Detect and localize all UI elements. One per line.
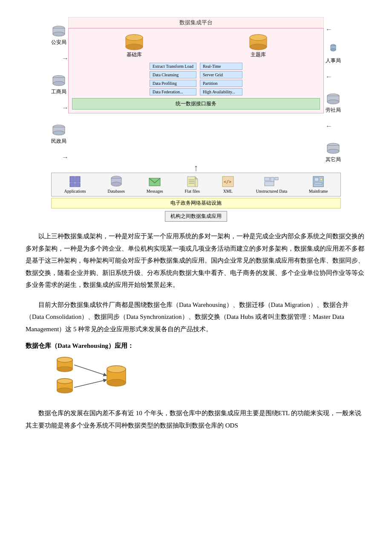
- feature-cleanse: Data Cleansing: [150, 71, 196, 78]
- source-messages: Messages: [147, 176, 163, 194]
- source-applications: Applications: [64, 176, 86, 194]
- xml-icon: </>: [222, 176, 234, 188]
- db-icon-lao-she: [326, 93, 341, 105]
- sources-row: Applications Databases Messages: [51, 173, 341, 197]
- left-agencies: 公安局 → 工商局 →: [51, 17, 66, 161]
- agency-ren-shi: 人事局: [326, 44, 341, 64]
- feature-etl: Extract Transform Load: [150, 63, 196, 70]
- arrow-up: ↑: [51, 163, 341, 173]
- feature-col-right: Real-Time Server Grid Partition High Ava…: [200, 63, 242, 95]
- svg-point-53: [57, 357, 72, 362]
- features-row: Extract Transform Load Data Cleansing Da…: [72, 63, 320, 95]
- feature-profile: Data Profiling: [150, 80, 196, 87]
- databases-icon: [110, 176, 123, 188]
- svg-rect-49: [314, 182, 322, 184]
- source-unstructured: Unstructured Data: [256, 176, 288, 194]
- source-flat-files: Flat files: [185, 176, 200, 194]
- flat-files-icon: [186, 176, 199, 188]
- feature-ha: High Availability...: [200, 88, 242, 95]
- svg-point-19: [331, 49, 336, 51]
- egov-bar: 电子政务网络基础设施: [51, 198, 341, 208]
- svg-point-12: [126, 35, 143, 40]
- unified-service: 统一数据接口服务: [72, 98, 320, 110]
- paragraph-1: 以上三种数据集成架构，一种是对应于某一个应用系统的多对一架构，一种是完成企业内部…: [26, 230, 366, 291]
- svg-point-11: [126, 44, 143, 50]
- svg-rect-27: [75, 176, 80, 182]
- svg-point-8: [53, 131, 65, 135]
- dw-flow-diagram: [51, 354, 136, 401]
- db-icon-ren-shi: [326, 44, 341, 56]
- db-icon-min-zheng: [51, 124, 66, 136]
- base-db-section: 基础库: [124, 34, 145, 58]
- agency-gong-shang: 工商局: [51, 75, 66, 95]
- feature-col-left: Extract Transform Load Data Cleansing Da…: [150, 63, 196, 95]
- svg-rect-45: [265, 182, 274, 186]
- caption-box: 机构之间数据集成应用: [165, 211, 227, 222]
- feature-partition: Partition: [200, 80, 242, 87]
- agency-lao-she: 劳社局: [326, 93, 341, 114]
- db-icon-gong-shang: [51, 75, 66, 87]
- svg-marker-35: [195, 176, 198, 179]
- db-row: 基础库 主题库: [72, 32, 320, 61]
- svg-point-52: [57, 367, 72, 372]
- unstructured-icon: [264, 176, 279, 188]
- svg-rect-42: [265, 177, 270, 181]
- source-mainframe: Mainframe: [309, 176, 328, 194]
- db-icon-gong-an: [51, 26, 66, 38]
- feature-realtime: Real-Time: [200, 63, 242, 70]
- svg-point-56: [57, 388, 72, 393]
- platform-inner: 基础库 主题库: [68, 28, 324, 113]
- source-databases: Databases: [107, 176, 125, 194]
- svg-line-59: [74, 380, 107, 387]
- paragraph-3: 数据仓库的发展在国内差不多有近 10 个年头，数据仓库中的数据集成应用主要是围绕…: [26, 407, 366, 431]
- svg-rect-29: [75, 183, 80, 187]
- feature-federation: Data Federation...: [150, 88, 196, 95]
- base-db-icon: [124, 34, 145, 51]
- svg-text:</>: </>: [224, 179, 231, 184]
- right-agencies: ← 人事局 ← 劳社局: [326, 17, 341, 163]
- integration-diagram: 公安局 → 工商局 →: [51, 17, 341, 208]
- agency-qi-ta: 其它局: [326, 143, 341, 163]
- section-heading: 数据仓库（Data Warehousing）应用：: [26, 342, 366, 350]
- svg-rect-47: [314, 178, 319, 181]
- applications-icon: [69, 176, 81, 188]
- svg-point-64: [107, 366, 126, 373]
- feature-grid: Server Grid: [200, 71, 242, 78]
- messages-icon: [148, 176, 161, 188]
- svg-point-48: [320, 178, 323, 181]
- platform-title: 数据集成平台: [68, 17, 324, 28]
- theme-db-section: 主题库: [248, 34, 269, 58]
- svg-rect-44: [275, 177, 278, 180]
- svg-point-25: [327, 149, 339, 153]
- svg-rect-26: [70, 176, 75, 182]
- svg-rect-28: [70, 183, 75, 187]
- source-xml: </> XML: [222, 176, 234, 194]
- svg-line-58: [74, 365, 107, 376]
- svg-point-57: [57, 379, 72, 384]
- svg-point-32: [111, 182, 121, 186]
- agency-gong-an: 公安局: [51, 26, 66, 46]
- center-platform: 数据集成平台 基础库: [68, 17, 324, 113]
- svg-point-15: [250, 44, 267, 50]
- mainframe-icon: [312, 176, 325, 188]
- svg-point-22: [327, 100, 339, 104]
- dw-diagram: [51, 354, 366, 403]
- svg-point-2: [53, 32, 65, 36]
- svg-point-63: [107, 379, 126, 386]
- svg-rect-36: [195, 179, 198, 187]
- svg-point-5: [53, 81, 65, 86]
- svg-point-16: [250, 35, 267, 40]
- sources-inner: Applications Databases Messages: [53, 176, 339, 194]
- theme-db-icon: [248, 34, 269, 51]
- paragraph-2: 目前大部分数据集成软件厂商都是围绕数据仓库（Data Warehousing）、…: [26, 299, 366, 335]
- agency-min-zheng: 民政局: [51, 124, 66, 145]
- db-icon-qi-ta: [326, 143, 341, 155]
- diagram-container: 公安局 → 工商局 →: [26, 17, 366, 222]
